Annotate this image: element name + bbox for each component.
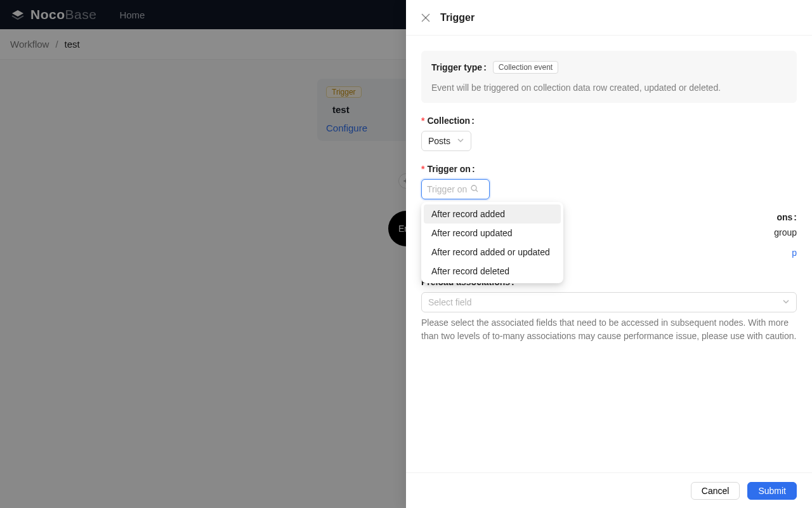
- collection-select[interactable]: Posts: [421, 131, 471, 151]
- trigger-drawer: Trigger Trigger type Collection event Ev…: [406, 0, 812, 508]
- preload-helper-text: Please select the associated fields that…: [421, 316, 797, 343]
- drawer-close-button[interactable]: [421, 13, 430, 22]
- trigger-on-label: Trigger on: [427, 164, 475, 174]
- trigger-on-placeholder: Trigger on: [427, 184, 467, 194]
- svg-point-2: [471, 185, 476, 190]
- trigger-type-value: Collection event: [493, 61, 558, 74]
- chevron-down-icon: [782, 297, 790, 307]
- drawer-title: Trigger: [440, 12, 475, 23]
- preload-placeholder: Select field: [428, 297, 471, 307]
- modal-mask[interactable]: [0, 0, 406, 508]
- submit-button[interactable]: Submit: [747, 482, 797, 500]
- trigger-on-select[interactable]: Trigger on: [421, 179, 490, 199]
- drawer-body: Trigger type Collection event Event will…: [406, 36, 812, 472]
- dropdown-option-deleted[interactable]: After record deleted: [424, 262, 561, 281]
- preload-select[interactable]: Select field: [421, 292, 797, 312]
- svg-line-3: [476, 190, 478, 192]
- preload-field: Preload associations Select field Please…: [421, 277, 797, 343]
- close-icon: [421, 13, 430, 22]
- collection-field: *Collection Posts: [421, 116, 797, 151]
- conditions-label-suffix: ons: [776, 212, 792, 222]
- add-condition-group-link[interactable]: p: [792, 248, 797, 258]
- dropdown-option-updated[interactable]: After record updated: [424, 224, 561, 243]
- trigger-type-label: Trigger type: [431, 62, 487, 72]
- conditions-group-text: group: [774, 227, 797, 237]
- collection-selected-value: Posts: [428, 136, 450, 146]
- trigger-type-box: Trigger type Collection event Event will…: [421, 51, 797, 103]
- drawer-header: Trigger: [406, 0, 812, 36]
- dropdown-option-added-updated[interactable]: After record added or updated: [424, 243, 561, 262]
- drawer-footer: Cancel Submit: [406, 472, 812, 508]
- collection-label: Collection: [427, 116, 474, 126]
- cancel-button[interactable]: Cancel: [691, 482, 740, 500]
- trigger-on-dropdown: After record added After record updated …: [421, 202, 563, 283]
- trigger-on-field: *Trigger on Trigger on: [421, 164, 797, 199]
- chevron-down-icon: [457, 136, 464, 146]
- dropdown-option-added[interactable]: After record added: [424, 204, 561, 224]
- search-icon: [471, 184, 478, 194]
- trigger-type-description: Event will be triggered on collection da…: [431, 83, 787, 93]
